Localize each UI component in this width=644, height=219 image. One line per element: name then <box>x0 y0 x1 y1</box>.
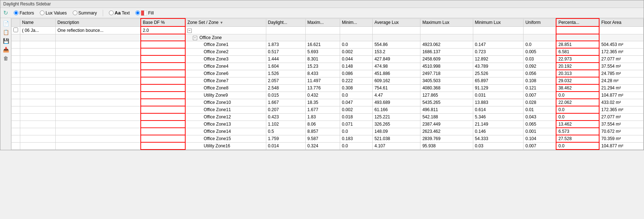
toolbar-separator <box>103 10 103 16</box>
cell-max-lux: 127.865 <box>420 92 473 99</box>
col-floor-area[interactable]: Floor Area <box>599 18 643 26</box>
col-percentage[interactable]: Percenta... <box>556 18 599 26</box>
radio-text-label[interactable]: Aa Text <box>109 10 130 16</box>
cell-daylight: 1.759 <box>266 135 305 142</box>
table-row-group[interactable]: − Office Zone <box>12 34 644 41</box>
col-avg-lux[interactable]: Average Lux <box>372 18 420 26</box>
radio-fill-label[interactable]: Fill <box>135 10 153 16</box>
table-row[interactable]: Utility Zone9 0.015 0.432 0.0 4.47 127.8… <box>12 92 644 99</box>
radio-lux-label[interactable]: Lux Values <box>40 10 67 16</box>
main-content: 📄 📋 💾 📥 🗑 Name Description Base DF % Zon… <box>0 18 644 150</box>
cell-percentage <box>556 26 599 34</box>
cell-zone-name: Utility Zone9 <box>185 92 266 99</box>
cell-max-lux: 2623.462 <box>420 128 473 135</box>
cell-avg-lux: 153.2 <box>372 48 420 55</box>
col-description[interactable]: Description <box>55 18 140 26</box>
table-header-row: Name Description Base DF % Zone Set / Zo… <box>12 18 644 26</box>
table-row[interactable]: Office Zone13 1.102 8.06 0.071 326.265 2… <box>12 121 644 128</box>
radio-fill[interactable] <box>135 10 140 15</box>
table-row[interactable]: ( 06 Ja... One reflection bounce... 2.0 … <box>12 26 644 34</box>
cell-percentage: 0.0 <box>556 92 599 99</box>
cell-daylight: 1.604 <box>266 63 305 70</box>
col-min-lux[interactable]: Minimum Lux <box>473 18 524 26</box>
cell-min-lux: 0.723 <box>473 48 524 55</box>
delete-icon[interactable]: 🗑 <box>2 54 10 62</box>
table-row[interactable]: Office Zone7 2.057 11.497 0.222 609.162 … <box>12 77 644 84</box>
radio-summary-label[interactable]: Summary <box>73 10 97 16</box>
cell-maximum: 18.35 <box>305 99 340 106</box>
daylight-results-window: Daylight Results Sidebar ↻ Factors Lux V… <box>0 0 644 150</box>
cell-max-lux: 2839.769 <box>420 135 473 142</box>
cell-maximum: 16.621 <box>305 41 340 48</box>
cell-avg-lux: 554.86 <box>372 41 420 48</box>
cell-zone-name: Office Zone2 <box>185 48 266 55</box>
row-checkbox[interactable] <box>13 28 18 32</box>
cell-max-lux <box>420 26 473 34</box>
col-max-lux[interactable]: Maximum Lux <box>420 18 473 26</box>
col-daylight[interactable]: Daylight... <box>266 18 305 26</box>
cell-uniform: 0.01 <box>524 106 556 113</box>
table-row[interactable]: Office Zone15 1.759 9.587 0.183 521.038 … <box>12 135 644 142</box>
table-row[interactable]: Office Zone14 0.5 8.857 0.0 148.09 2623.… <box>12 128 644 135</box>
cell-percentage: 22.062 <box>556 99 599 106</box>
save-icon[interactable]: 💾 <box>2 37 10 45</box>
radio-factors-label[interactable]: Factors <box>14 10 34 16</box>
col-zone-set[interactable]: Zone Set / Zone ▼ <box>185 18 266 26</box>
table-row[interactable]: Office Zone3 1.444 8.301 0.044 427.849 2… <box>12 55 644 63</box>
cell-minimum: 0.308 <box>340 84 373 92</box>
refresh-icon[interactable]: ↻ <box>3 9 8 16</box>
table-row[interactable]: Office Zone4 1.604 15.23 0.148 474.98 45… <box>12 63 644 70</box>
radio-summary-text: Summary <box>79 10 97 16</box>
cell-avg-lux: 474.98 <box>372 63 420 70</box>
cell-group-name: − Office Zone <box>185 34 266 41</box>
radio-fill-text: Fill <box>148 10 153 16</box>
expand-icon[interactable]: − <box>187 29 192 33</box>
cell-percentage: 38.462 <box>556 84 599 92</box>
table-row[interactable]: Office Zone6 1.526 8.433 0.086 451.886 2… <box>12 70 644 77</box>
cell-uniform: 0.03 <box>524 55 556 63</box>
table-row[interactable]: Office Zone1 1.873 16.621 0.0 554.86 492… <box>12 41 644 48</box>
table-row[interactable]: Office Zone11 0.207 1.677 0.002 61.166 4… <box>12 106 644 113</box>
cell-min-lux: 13.883 <box>473 99 524 106</box>
cell-min-lux: 65.897 <box>473 77 524 84</box>
cell-floor-area: 433.02 m² <box>599 99 643 106</box>
copy-icon[interactable]: 📋 <box>2 28 10 36</box>
radio-summary[interactable] <box>73 10 77 15</box>
new-icon[interactable]: 📄 <box>2 20 10 28</box>
group-expand-icon[interactable]: − <box>193 36 197 40</box>
col-name[interactable]: Name <box>20 18 56 26</box>
cell-percentage: 6.581 <box>556 48 599 55</box>
cell-avg-lux: 493.689 <box>372 99 420 106</box>
table-row[interactable]: Office Zone8 2.548 13.776 0.308 754.61 4… <box>12 84 644 92</box>
radio-lux-text: Lux Values <box>46 10 67 16</box>
window-title: Daylight Results Sidebar <box>3 1 51 7</box>
cell-percentage: 13.462 <box>556 121 599 128</box>
cell-minimum <box>340 26 373 34</box>
col-uniform[interactable]: Uniform <box>524 18 556 26</box>
cell-base-df: 2.0 <box>141 26 185 34</box>
radio-lux[interactable] <box>40 10 45 15</box>
cell-min-lux: 91.129 <box>473 84 524 92</box>
radio-factors[interactable] <box>14 10 18 15</box>
table-row[interactable]: Office Zone2 0.517 5.693 0.002 153.2 168… <box>12 48 644 55</box>
cell-avg-lux: 521.038 <box>372 135 420 142</box>
cell-percentage: 0.0 <box>556 142 599 149</box>
col-minimum[interactable]: Minim... <box>340 18 373 26</box>
cell-minimum: 0.0 <box>340 41 373 48</box>
cell-daylight <box>266 26 305 34</box>
table-row[interactable]: Utility Zone16 0.014 0.324 0.0 4.107 95.… <box>12 142 644 149</box>
cell-percentage: 20.192 <box>556 63 599 70</box>
cell-minimum: 0.047 <box>340 99 373 106</box>
col-maximum[interactable]: Maxim... <box>305 18 340 26</box>
radio-text[interactable] <box>109 10 114 15</box>
cell-zone-name: Office Zone7 <box>185 77 266 84</box>
table-row[interactable]: Office Zone10 1.667 18.35 0.047 493.689 … <box>12 99 644 106</box>
cell-maximum: 8.857 <box>305 128 340 135</box>
cell-floor-area: 27.077 m² <box>599 113 643 121</box>
col-base-df[interactable]: Base DF % <box>141 18 185 26</box>
cell-floor-area: 104.877 m² <box>599 142 643 149</box>
table-row[interactable]: Office Zone12 0.423 1.83 0.018 125.221 5… <box>12 113 644 121</box>
import-icon[interactable]: 📥 <box>2 46 10 54</box>
cell-name: ( 06 Ja... <box>20 26 56 34</box>
cell-daylight: 1.444 <box>266 55 305 63</box>
